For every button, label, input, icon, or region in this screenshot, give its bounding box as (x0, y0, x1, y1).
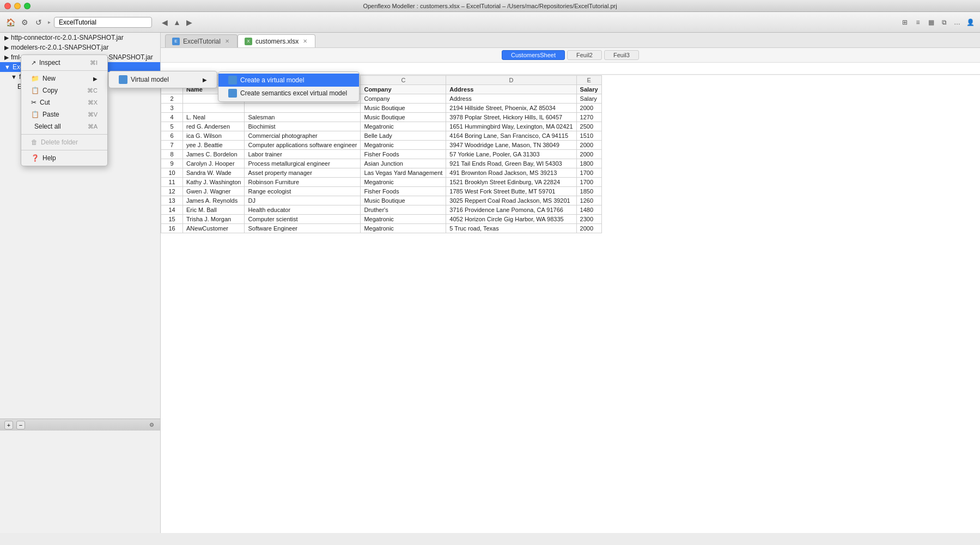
semantics-icon (228, 89, 237, 98)
separator-3 (21, 150, 107, 150)
submenu-virtual-model: Create a virtual model Create semantics … (218, 71, 360, 102)
separator-2 (21, 134, 107, 135)
help-icon: ❓ (31, 154, 39, 162)
submenu-new-virtual-model[interactable]: Virtual model ▶ Create a virtual model (109, 73, 217, 86)
main-context-menu: ↗ Inspect ⌘I 📁 New ▶ Virtual model ▶ (21, 55, 108, 166)
selectall-shortcut: ⌘A (88, 123, 98, 130)
menu-item-help[interactable]: ❓ Help (21, 152, 107, 164)
virtual-model-arrow: ▶ (203, 77, 207, 83)
separator-1 (21, 70, 107, 71)
paste-icon: 📋 (31, 111, 39, 118)
menu-item-selectall[interactable]: Select all ⌘A (21, 120, 107, 132)
cut-shortcut: ⌘X (88, 99, 98, 106)
inspect-shortcut: ⌘I (90, 59, 98, 66)
virtual-model-icon (119, 75, 127, 84)
submenu-create-semantics[interactable]: Create semantics excel virtual model (218, 87, 359, 100)
submenu-new: Virtual model ▶ Create a virtual model (108, 71, 217, 88)
create-vm-icon (228, 76, 237, 84)
context-menu-overlay[interactable]: ↗ Inspect ⌘I 📁 New ▶ Virtual model ▶ (0, 0, 980, 545)
copy-icon: 📋 (31, 87, 39, 94)
menu-item-cut[interactable]: ✂ Cut ⌘X (21, 96, 107, 108)
menu-item-new[interactable]: 📁 New ▶ Virtual model ▶ (21, 72, 107, 84)
deletefolder-icon: 🗑 (31, 138, 38, 146)
copy-shortcut: ⌘C (87, 87, 98, 94)
menu-item-inspect[interactable]: ↗ Inspect ⌘I (21, 57, 107, 69)
new-icon: 📁 (31, 75, 39, 82)
cut-icon: ✂ (31, 99, 36, 106)
menu-item-deletefolder: 🗑 Delete folder (21, 136, 107, 148)
inspect-icon: ↗ (31, 59, 36, 66)
submenu-create-virtual-model[interactable]: Create a virtual model (218, 74, 359, 87)
menu-item-paste[interactable]: 📋 Paste ⌘V (21, 108, 107, 120)
menu-item-copy[interactable]: 📋 Copy ⌘C (21, 84, 107, 96)
paste-shortcut: ⌘V (88, 111, 98, 118)
new-arrow: ▶ (93, 76, 98, 82)
